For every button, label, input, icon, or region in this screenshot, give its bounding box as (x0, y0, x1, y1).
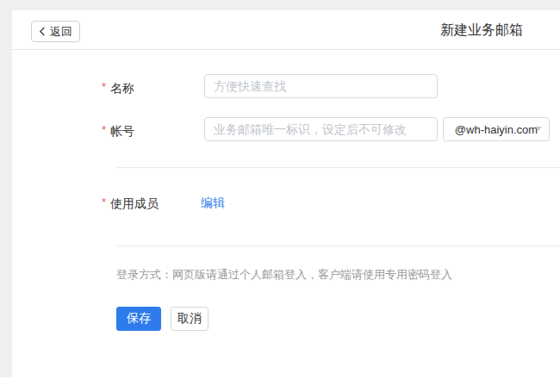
chevron-down-icon (535, 127, 542, 131)
cancel-button[interactable]: 取消 (171, 307, 208, 331)
required-asterisk: * (102, 123, 106, 136)
domain-select[interactable]: @wh-haiyin.com (443, 117, 550, 141)
page-title: 新建业务邮箱 (440, 10, 523, 49)
name-field-label: *名称 (102, 80, 134, 96)
section-divider (116, 167, 560, 168)
header-divider (12, 49, 560, 50)
account-field-label: *帐号 (102, 123, 134, 140)
save-button[interactable]: 保存 (116, 307, 161, 331)
chevron-left-icon (39, 27, 46, 36)
new-mailbox-panel: 返回 新建业务邮箱 *名称 *帐号 @wh-haiyin.com (12, 10, 560, 392)
login-method-hint: 登录方式：网页版请通过个人邮箱登入，客户端请使用专用密码登入 (116, 267, 452, 283)
domain-select-value: @wh-haiyin.com (455, 123, 538, 136)
page: 返回 新建业务邮箱 *名称 *帐号 @wh-haiyin.com (0, 0, 560, 392)
back-button[interactable]: 返回 (31, 21, 80, 42)
edit-members-link[interactable]: 编辑 (201, 196, 225, 211)
section-divider (116, 246, 560, 246)
name-input[interactable] (204, 74, 438, 98)
back-button-label: 返回 (50, 24, 72, 40)
members-field-label: *使用成员 (102, 196, 159, 212)
required-asterisk: * (102, 196, 106, 208)
account-input[interactable] (204, 117, 438, 141)
top-background-strip (0, 0, 560, 10)
left-background-strip (0, 0, 12, 377)
required-asterisk: * (102, 80, 106, 93)
